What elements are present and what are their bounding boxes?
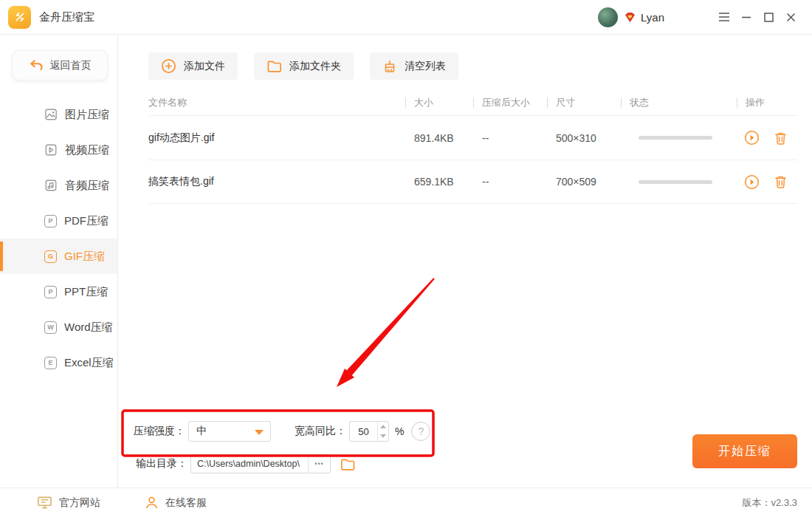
app-window: 金舟压缩宝 Lyan: [0, 0, 812, 517]
official-website-label: 官方网站: [59, 496, 100, 510]
version-label: 版本：v2.3.3: [743, 496, 797, 510]
play-button[interactable]: [744, 174, 760, 190]
table-row: gif动态图片.gif 891.4KB -- 500×310: [148, 115, 797, 160]
folder-icon: [266, 59, 282, 73]
online-support-link[interactable]: 在线客服: [145, 496, 207, 510]
maximize-icon[interactable]: [757, 6, 780, 28]
progress-bar: [639, 136, 712, 140]
delete-button[interactable]: [773, 130, 788, 145]
chevron-down-icon: [255, 430, 264, 435]
strength-value: 中: [196, 425, 207, 438]
word-icon: W: [44, 321, 57, 334]
col-header-compressed-size: 压缩后大小: [473, 96, 547, 109]
open-folder-button[interactable]: [340, 457, 356, 471]
toolbar: 添加文件 添加文件夹 清空列表: [148, 52, 812, 80]
sidebar-item-label: Word压缩: [64, 321, 113, 335]
person-icon: [145, 496, 159, 510]
status-cell: [621, 136, 737, 140]
sidebar-item-label: PPT压缩: [64, 285, 108, 299]
online-support-label: 在线客服: [165, 496, 207, 510]
output-path-box: C:\Users\admin\Desktop\ •••: [190, 454, 331, 473]
col-header-filename: 文件名称: [148, 96, 405, 109]
plus-circle-icon: [161, 58, 176, 74]
sidebar: 返回首页 图片压缩 视频压缩 音频压缩: [0, 35, 118, 487]
video-icon: [44, 143, 58, 157]
clear-list-button[interactable]: 清空列表: [370, 52, 458, 80]
compressed-size: --: [473, 132, 547, 144]
table-header: 文件名称 大小 压缩后大小 尺寸 状态 操作: [148, 90, 797, 115]
sidebar-item-pdf-compress[interactable]: P PDF压缩: [0, 203, 117, 239]
sidebar-item-video-compress[interactable]: 视频压缩: [0, 132, 117, 168]
ppt-icon: P: [44, 286, 57, 298]
stepper-arrows: [377, 422, 388, 441]
output-row: 输出目录： C:\Users\admin\Desktop\ •••: [136, 453, 356, 474]
sidebar-item-label: 图片压缩: [65, 108, 109, 122]
help-icon[interactable]: ?: [411, 422, 430, 441]
vip-badge-icon: [624, 11, 636, 24]
titlebar: 金舟压缩宝 Lyan: [0, 0, 812, 35]
file-table: 文件名称 大小 压缩后大小 尺寸 状态 操作 gif动态图片.gif 891.4…: [148, 90, 797, 204]
sidebar-item-label: 视频压缩: [65, 143, 109, 157]
compressed-size: --: [473, 176, 547, 188]
image-icon: [44, 108, 58, 121]
play-icon: [744, 174, 760, 190]
excel-icon: E: [44, 357, 57, 369]
minimize-icon[interactable]: [735, 6, 757, 28]
settings-row: 压缩强度： 中 宽高同比： 50 % ?: [134, 421, 430, 442]
stepper-up-icon[interactable]: [378, 422, 388, 431]
monitor-icon: [37, 496, 52, 510]
footer: 官方网站 在线客服 版本：v2.3.3: [0, 487, 812, 517]
ratio-label: 宽高同比：: [295, 425, 346, 438]
sidebar-item-image-compress[interactable]: 图片压缩: [0, 97, 117, 132]
sidebar-item-excel-compress[interactable]: E Excel压缩: [0, 345, 117, 380]
stepper-down-icon[interactable]: [378, 431, 388, 441]
sidebar-item-gif-compress[interactable]: G GIF压缩: [0, 239, 117, 274]
dimensions: 700×509: [547, 176, 621, 188]
trash-icon: [774, 131, 788, 145]
back-home-button[interactable]: 返回首页: [12, 50, 108, 81]
ratio-stepper[interactable]: 50: [349, 421, 389, 442]
sidebar-item-word-compress[interactable]: W Word压缩: [0, 309, 117, 345]
start-compress-button[interactable]: 开始压缩: [692, 434, 797, 468]
app-title: 金舟压缩宝: [39, 10, 94, 24]
sidebar-item-label: GIF压缩: [64, 250, 105, 264]
gif-icon: G: [44, 250, 57, 263]
file-name: 搞笑表情包.gif: [148, 175, 405, 188]
strength-label: 压缩强度：: [134, 425, 185, 438]
sidebar-item-audio-compress[interactable]: 音频压缩: [0, 168, 117, 203]
ratio-value: 50: [350, 422, 377, 441]
sidebar-item-label: Excel压缩: [64, 356, 114, 370]
add-file-button[interactable]: 添加文件: [148, 52, 238, 80]
pdf-icon: P: [44, 215, 57, 227]
delete-button[interactable]: [773, 174, 788, 190]
avatar[interactable]: [598, 7, 618, 27]
broom-icon: [382, 59, 397, 74]
table-row: 搞笑表情包.gif 659.1KB -- 700×509: [148, 160, 797, 204]
output-label: 输出目录：: [136, 457, 187, 470]
dimensions: 500×310: [547, 132, 621, 144]
play-icon: [744, 130, 760, 145]
back-home-label: 返回首页: [50, 59, 92, 72]
output-path[interactable]: C:\Users\admin\Desktop\: [191, 459, 308, 469]
sidebar-item-ppt-compress[interactable]: P PPT压缩: [0, 274, 117, 309]
official-website-link[interactable]: 官方网站: [37, 496, 100, 510]
close-icon[interactable]: [780, 6, 802, 28]
browse-button[interactable]: •••: [308, 454, 330, 473]
status-cell: [621, 180, 737, 184]
main-panel: 添加文件 添加文件夹 清空列表 文件名称 大小: [119, 35, 812, 487]
username[interactable]: Lyan: [641, 11, 664, 24]
row-actions: [737, 130, 798, 145]
trash-icon: [774, 174, 788, 189]
file-name: gif动态图片.gif: [148, 131, 405, 145]
sidebar-item-label: 音频压缩: [65, 179, 109, 193]
app-logo-icon: [8, 6, 31, 29]
sidebar-nav: 图片压缩 视频压缩 音频压缩 P PDF压缩 G: [0, 97, 117, 380]
file-size: 891.4KB: [405, 132, 473, 144]
folder-icon: [340, 457, 356, 471]
file-size: 659.1KB: [405, 176, 473, 188]
strength-select[interactable]: 中: [188, 421, 271, 442]
hamburger-menu-icon[interactable]: [713, 6, 735, 28]
play-button[interactable]: [744, 130, 760, 145]
add-folder-button[interactable]: 添加文件夹: [254, 52, 354, 80]
percent-sign: %: [395, 425, 404, 437]
